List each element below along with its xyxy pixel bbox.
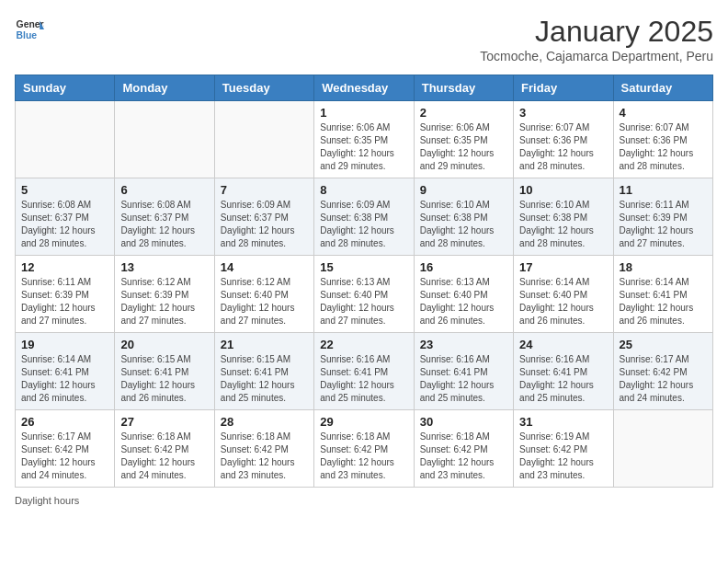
calendar-cell: 13Sunrise: 6:12 AM Sunset: 6:39 PM Dayli… xyxy=(115,256,214,333)
calendar-cell: 20Sunrise: 6:15 AM Sunset: 6:41 PM Dayli… xyxy=(115,333,214,410)
day-number: 12 xyxy=(21,260,108,274)
day-number: 31 xyxy=(519,415,607,429)
day-info: Sunrise: 6:17 AM Sunset: 6:42 PM Dayligh… xyxy=(21,431,108,482)
calendar-cell: 28Sunrise: 6:18 AM Sunset: 6:42 PM Dayli… xyxy=(214,410,313,488)
day-info: Sunrise: 6:18 AM Sunset: 6:42 PM Dayligh… xyxy=(120,431,208,482)
day-info: Sunrise: 6:08 AM Sunset: 6:37 PM Dayligh… xyxy=(21,199,108,250)
day-number: 26 xyxy=(21,415,108,429)
calendar-cell: 8Sunrise: 6:09 AM Sunset: 6:38 PM Daylig… xyxy=(314,178,414,256)
day-info: Sunrise: 6:11 AM Sunset: 6:39 PM Dayligh… xyxy=(21,276,108,327)
calendar-cell: 12Sunrise: 6:11 AM Sunset: 6:39 PM Dayli… xyxy=(16,256,115,333)
day-number: 20 xyxy=(120,338,208,351)
day-info: Sunrise: 6:14 AM Sunset: 6:40 PM Dayligh… xyxy=(519,276,607,327)
day-number: 16 xyxy=(420,260,507,274)
day-number: 15 xyxy=(320,260,407,274)
calendar-table: SundayMondayTuesdayWednesdayThursdayFrid… xyxy=(15,75,713,488)
weekday-sunday: Sunday xyxy=(16,75,115,101)
day-number: 30 xyxy=(420,415,507,429)
subtitle: Tocmoche, Cajamarca Department, Peru xyxy=(480,49,713,63)
calendar-cell: 6Sunrise: 6:08 AM Sunset: 6:37 PM Daylig… xyxy=(115,178,214,256)
day-number: 17 xyxy=(519,260,607,274)
day-info: Sunrise: 6:13 AM Sunset: 6:40 PM Dayligh… xyxy=(420,276,507,327)
day-info: Sunrise: 6:13 AM Sunset: 6:40 PM Dayligh… xyxy=(320,276,407,327)
day-info: Sunrise: 6:19 AM Sunset: 6:42 PM Dayligh… xyxy=(519,431,607,482)
weekday-tuesday: Tuesday xyxy=(214,75,313,101)
calendar-week-3: 12Sunrise: 6:11 AM Sunset: 6:39 PM Dayli… xyxy=(16,256,713,333)
day-number: 2 xyxy=(420,106,507,120)
calendar-cell: 10Sunrise: 6:10 AM Sunset: 6:38 PM Dayli… xyxy=(514,178,613,256)
calendar-week-4: 19Sunrise: 6:14 AM Sunset: 6:41 PM Dayli… xyxy=(16,333,713,410)
calendar-cell: 11Sunrise: 6:11 AM Sunset: 6:39 PM Dayli… xyxy=(613,178,712,256)
logo-icon: General Blue xyxy=(15,15,44,44)
calendar-cell: 29Sunrise: 6:18 AM Sunset: 6:42 PM Dayli… xyxy=(314,410,414,488)
calendar-cell xyxy=(16,101,115,178)
weekday-monday: Monday xyxy=(115,75,214,101)
footer-note: Daylight hours xyxy=(15,495,713,506)
calendar-cell: 21Sunrise: 6:15 AM Sunset: 6:41 PM Dayli… xyxy=(214,333,313,410)
weekday-friday: Friday xyxy=(514,75,613,101)
calendar-cell: 30Sunrise: 6:18 AM Sunset: 6:42 PM Dayli… xyxy=(414,410,513,488)
calendar-cell: 19Sunrise: 6:14 AM Sunset: 6:41 PM Dayli… xyxy=(16,333,115,410)
day-info: Sunrise: 6:12 AM Sunset: 6:39 PM Dayligh… xyxy=(120,276,208,327)
day-info: Sunrise: 6:17 AM Sunset: 6:42 PM Dayligh… xyxy=(620,353,707,405)
calendar-cell xyxy=(214,101,313,178)
day-number: 18 xyxy=(620,260,707,274)
calendar-cell: 25Sunrise: 6:17 AM Sunset: 6:42 PM Dayli… xyxy=(613,333,712,410)
day-number: 27 xyxy=(120,415,208,429)
weekday-wednesday: Wednesday xyxy=(314,75,414,101)
calendar-cell: 23Sunrise: 6:16 AM Sunset: 6:41 PM Dayli… xyxy=(414,333,513,410)
day-info: Sunrise: 6:15 AM Sunset: 6:41 PM Dayligh… xyxy=(221,353,308,405)
calendar-cell: 4Sunrise: 6:07 AM Sunset: 6:36 PM Daylig… xyxy=(613,101,712,178)
day-number: 6 xyxy=(120,183,208,197)
day-number: 29 xyxy=(320,415,407,429)
calendar-cell: 9Sunrise: 6:10 AM Sunset: 6:38 PM Daylig… xyxy=(414,178,513,256)
calendar-cell: 18Sunrise: 6:14 AM Sunset: 6:41 PM Dayli… xyxy=(613,256,712,333)
calendar-cell: 17Sunrise: 6:14 AM Sunset: 6:40 PM Dayli… xyxy=(514,256,613,333)
day-number: 28 xyxy=(221,415,308,429)
day-info: Sunrise: 6:16 AM Sunset: 6:41 PM Dayligh… xyxy=(519,353,607,405)
day-info: Sunrise: 6:09 AM Sunset: 6:38 PM Dayligh… xyxy=(320,199,407,250)
day-info: Sunrise: 6:18 AM Sunset: 6:42 PM Dayligh… xyxy=(320,431,407,482)
day-number: 19 xyxy=(21,338,108,351)
day-info: Sunrise: 6:18 AM Sunset: 6:42 PM Dayligh… xyxy=(221,431,308,482)
day-info: Sunrise: 6:14 AM Sunset: 6:41 PM Dayligh… xyxy=(620,276,707,327)
day-info: Sunrise: 6:14 AM Sunset: 6:41 PM Dayligh… xyxy=(21,353,108,405)
day-info: Sunrise: 6:07 AM Sunset: 6:36 PM Dayligh… xyxy=(620,121,707,173)
day-info: Sunrise: 6:15 AM Sunset: 6:41 PM Dayligh… xyxy=(120,353,208,405)
weekday-thursday: Thursday xyxy=(414,75,513,101)
logo: General Blue xyxy=(15,15,44,44)
calendar-cell: 5Sunrise: 6:08 AM Sunset: 6:37 PM Daylig… xyxy=(16,178,115,256)
svg-text:Blue: Blue xyxy=(17,30,38,40)
calendar-cell: 16Sunrise: 6:13 AM Sunset: 6:40 PM Dayli… xyxy=(414,256,513,333)
daylight-label: Daylight hours xyxy=(15,495,79,506)
day-info: Sunrise: 6:16 AM Sunset: 6:41 PM Dayligh… xyxy=(420,353,507,405)
day-info: Sunrise: 6:16 AM Sunset: 6:41 PM Dayligh… xyxy=(320,353,407,405)
day-info: Sunrise: 6:09 AM Sunset: 6:37 PM Dayligh… xyxy=(221,199,308,250)
day-info: Sunrise: 6:06 AM Sunset: 6:35 PM Dayligh… xyxy=(420,121,507,173)
day-info: Sunrise: 6:10 AM Sunset: 6:38 PM Dayligh… xyxy=(519,199,607,250)
calendar-week-5: 26Sunrise: 6:17 AM Sunset: 6:42 PM Dayli… xyxy=(16,410,713,488)
day-number: 21 xyxy=(221,338,308,351)
calendar-cell: 24Sunrise: 6:16 AM Sunset: 6:41 PM Dayli… xyxy=(514,333,613,410)
day-info: Sunrise: 6:06 AM Sunset: 6:35 PM Dayligh… xyxy=(320,121,407,173)
calendar-cell: 15Sunrise: 6:13 AM Sunset: 6:40 PM Dayli… xyxy=(314,256,414,333)
calendar-cell: 7Sunrise: 6:09 AM Sunset: 6:37 PM Daylig… xyxy=(214,178,313,256)
day-number: 3 xyxy=(519,106,607,120)
weekday-header-row: SundayMondayTuesdayWednesdayThursdayFrid… xyxy=(16,75,713,101)
day-number: 5 xyxy=(21,183,108,197)
day-number: 9 xyxy=(420,183,507,197)
day-number: 1 xyxy=(320,106,407,120)
calendar-cell: 26Sunrise: 6:17 AM Sunset: 6:42 PM Dayli… xyxy=(16,410,115,488)
weekday-saturday: Saturday xyxy=(613,75,712,101)
month-title: January 2025 xyxy=(480,15,713,49)
day-number: 14 xyxy=(221,260,308,274)
calendar-cell: 1Sunrise: 6:06 AM Sunset: 6:35 PM Daylig… xyxy=(314,101,414,178)
calendar-week-1: 1Sunrise: 6:06 AM Sunset: 6:35 PM Daylig… xyxy=(16,101,713,178)
calendar-week-2: 5Sunrise: 6:08 AM Sunset: 6:37 PM Daylig… xyxy=(16,178,713,256)
calendar-cell: 2Sunrise: 6:06 AM Sunset: 6:35 PM Daylig… xyxy=(414,101,513,178)
calendar-cell: 14Sunrise: 6:12 AM Sunset: 6:40 PM Dayli… xyxy=(214,256,313,333)
day-info: Sunrise: 6:08 AM Sunset: 6:37 PM Dayligh… xyxy=(120,199,208,250)
calendar-cell: 3Sunrise: 6:07 AM Sunset: 6:36 PM Daylig… xyxy=(514,101,613,178)
title-block: January 2025 Tocmoche, Cajamarca Departm… xyxy=(480,15,713,63)
day-number: 22 xyxy=(320,338,407,351)
